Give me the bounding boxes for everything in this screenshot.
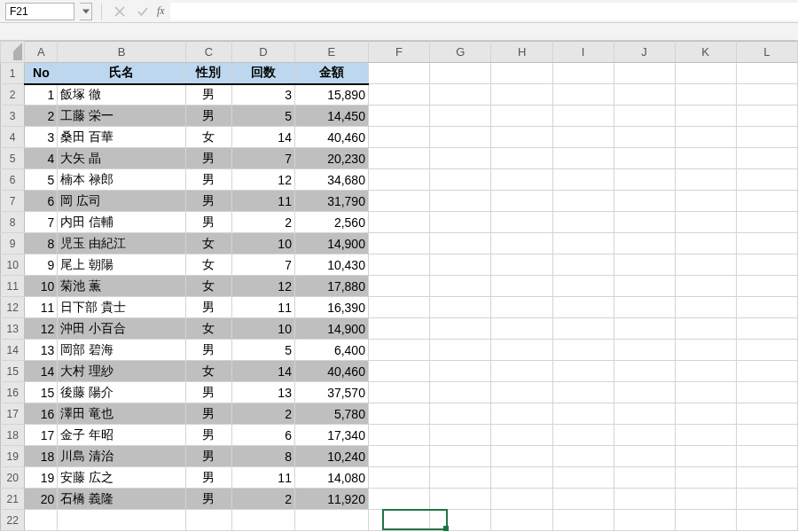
cell-gender[interactable]: 男 [185, 169, 231, 191]
cell-gender[interactable]: 男 [185, 340, 231, 361]
header-cell-amount[interactable]: 金額 [294, 63, 368, 84]
row-header-20[interactable]: 20 [1, 467, 25, 489]
cell[interactable] [368, 425, 429, 446]
cell-no[interactable]: 12 [25, 318, 58, 340]
cell-count[interactable]: 13 [232, 382, 295, 403]
cell-name[interactable]: 楠本 禄郎 [58, 169, 185, 191]
cell[interactable] [552, 467, 614, 489]
cell-count[interactable]: 14 [232, 361, 295, 382]
cell-count[interactable]: 8 [232, 446, 295, 467]
cell[interactable] [736, 489, 797, 510]
cell[interactable] [430, 510, 491, 531]
cell-count[interactable]: 7 [232, 148, 295, 169]
spreadsheet-grid[interactable]: ABCDEFGHIJKL 1No氏名性別回数金額21飯塚 徹男315,89032… [0, 41, 798, 531]
column-header-D[interactable]: D [232, 42, 295, 63]
cell[interactable] [552, 403, 614, 425]
cell-gender[interactable]: 男 [185, 403, 231, 425]
row-header-22[interactable]: 22 [1, 510, 25, 531]
cell-name[interactable]: 大矢 晶 [58, 148, 185, 169]
cell[interactable] [614, 446, 675, 467]
cell-amount[interactable]: 16,390 [294, 297, 368, 318]
cell[interactable] [430, 127, 491, 148]
cell[interactable] [368, 340, 429, 361]
cell[interactable] [552, 340, 614, 361]
cell[interactable] [552, 212, 614, 233]
column-header-B[interactable]: B [58, 42, 185, 63]
cell[interactable] [491, 489, 552, 510]
cell[interactable] [430, 446, 491, 467]
cell[interactable] [368, 361, 429, 382]
cell[interactable] [368, 446, 429, 467]
cell-amount[interactable]: 17,880 [294, 276, 368, 297]
cell[interactable] [675, 233, 736, 254]
cell[interactable] [552, 318, 614, 340]
cell-count[interactable]: 14 [232, 127, 295, 148]
cell[interactable] [294, 510, 368, 531]
cell-name[interactable]: 桑田 百華 [58, 127, 185, 148]
row-header-4[interactable]: 4 [1, 127, 25, 148]
cancel-button[interactable] [111, 3, 129, 20]
cell[interactable] [614, 382, 675, 403]
header-cell-name[interactable]: 氏名 [58, 63, 185, 84]
cell[interactable] [614, 361, 675, 382]
cell[interactable] [368, 467, 429, 489]
cell[interactable] [368, 106, 429, 127]
cell[interactable] [491, 191, 552, 212]
cell[interactable] [368, 233, 429, 254]
cell-no[interactable]: 17 [25, 425, 58, 446]
cell[interactable] [614, 148, 675, 169]
cell-name[interactable]: 澤田 竜也 [58, 403, 185, 425]
cell-name[interactable]: 菊池 薫 [58, 276, 185, 297]
cell[interactable] [491, 403, 552, 425]
cell-gender[interactable]: 女 [185, 233, 231, 254]
formula-input[interactable] [170, 3, 798, 20]
cell-count[interactable]: 11 [232, 467, 295, 489]
cell-name[interactable]: 沖田 小百合 [58, 318, 185, 340]
cell-no[interactable]: 1 [25, 84, 58, 106]
row-header-12[interactable]: 12 [1, 297, 25, 318]
header-cell-gender[interactable]: 性別 [185, 63, 231, 84]
cell[interactable] [675, 425, 736, 446]
cell[interactable] [368, 489, 429, 510]
cell[interactable] [368, 63, 429, 84]
cell[interactable] [368, 276, 429, 297]
cell-amount[interactable]: 17,340 [294, 425, 368, 446]
cell[interactable] [614, 297, 675, 318]
select-all-corner[interactable] [1, 42, 25, 63]
cell-name[interactable]: 安藤 広之 [58, 467, 185, 489]
cell[interactable] [614, 63, 675, 84]
header-cell-count[interactable]: 回数 [232, 63, 295, 84]
cell[interactable] [614, 403, 675, 425]
cell[interactable] [430, 191, 491, 212]
cell-name[interactable]: 大村 理紗 [58, 361, 185, 382]
cell[interactable] [614, 510, 675, 531]
cell[interactable] [736, 148, 797, 169]
cell[interactable] [614, 489, 675, 510]
cell[interactable] [430, 297, 491, 318]
cell-count[interactable]: 3 [232, 84, 295, 106]
cell[interactable] [552, 510, 614, 531]
row-header-7[interactable]: 7 [1, 191, 25, 212]
cell[interactable] [552, 84, 614, 106]
cell-name[interactable]: 飯塚 徹 [58, 84, 185, 106]
column-header-H[interactable]: H [491, 42, 552, 63]
cell[interactable] [430, 489, 491, 510]
cell[interactable] [491, 148, 552, 169]
cell[interactable] [430, 403, 491, 425]
cell[interactable] [430, 276, 491, 297]
name-box-dropdown[interactable] [80, 3, 92, 20]
cell[interactable] [675, 212, 736, 233]
cell[interactable] [552, 63, 614, 84]
cell[interactable] [614, 425, 675, 446]
cell-no[interactable]: 2 [25, 106, 58, 127]
row-header-3[interactable]: 3 [1, 106, 25, 127]
cell-amount[interactable]: 37,570 [294, 382, 368, 403]
cell[interactable] [368, 382, 429, 403]
cell[interactable] [675, 318, 736, 340]
cell[interactable] [614, 318, 675, 340]
row-header-17[interactable]: 17 [1, 403, 25, 425]
cell[interactable] [430, 425, 491, 446]
fx-button[interactable]: fx [157, 4, 165, 18]
cell-count[interactable]: 2 [232, 403, 295, 425]
cell[interactable] [614, 127, 675, 148]
